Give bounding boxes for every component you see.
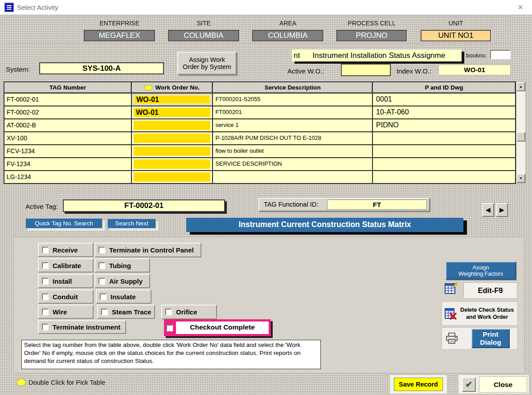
checkbox-label: Calibrate bbox=[53, 262, 81, 269]
checkbox-checkout-complete[interactable]: Checkout Complete bbox=[164, 319, 271, 336]
next-record-button[interactable]: ▶ bbox=[496, 203, 508, 217]
pick-table-dot-icon bbox=[16, 379, 26, 386]
work-order-cell[interactable]: WO-01 bbox=[132, 94, 213, 106]
search-next-button[interactable]: Search Next bbox=[107, 219, 156, 228]
checkbox-box[interactable] bbox=[42, 293, 49, 300]
assign-weighting-factors-button[interactable]: Assign Weighting Factors bbox=[446, 261, 516, 280]
service-cell[interactable]: service 1 bbox=[213, 119, 373, 131]
assign-work-order-by-system-button[interactable]: Assign Work Order by System bbox=[177, 52, 237, 75]
process-cell-label: PROCESS CELL bbox=[336, 20, 407, 27]
checkbox-install[interactable]: Install bbox=[38, 274, 94, 288]
active-tag-field[interactable]: FT-0002-01 bbox=[63, 200, 225, 212]
checkbox-box[interactable] bbox=[165, 309, 172, 315]
work-order-cell[interactable] bbox=[132, 171, 213, 183]
pid-cell[interactable]: 10-AT-060 bbox=[373, 106, 515, 118]
unit-label: UNIT bbox=[421, 20, 491, 27]
site-value: COLUMBIA bbox=[168, 30, 239, 41]
scroll-up-icon[interactable]: ▲ bbox=[516, 82, 525, 91]
edit-f9-button[interactable]: Edit-F9 bbox=[463, 282, 517, 299]
table-row: FT-0002-01 WO-01 FT000201-S2055 0001 bbox=[4, 93, 515, 106]
tag-cell[interactable]: FV-1234 bbox=[4, 158, 132, 170]
col-tag-number[interactable]: TAG Number bbox=[4, 82, 132, 93]
work-order-cell[interactable] bbox=[132, 158, 213, 170]
pid-cell[interactable] bbox=[373, 158, 515, 170]
checkbox-box[interactable] bbox=[98, 262, 105, 269]
work-order-cell[interactable] bbox=[132, 145, 213, 157]
checkbox-box[interactable] bbox=[42, 278, 49, 285]
checkbox-box[interactable] bbox=[42, 262, 49, 269]
pid-cell[interactable]: PIDNO bbox=[373, 119, 515, 131]
bookno-input[interactable] bbox=[490, 50, 511, 59]
checkbox-calibrate[interactable]: Calibrate bbox=[38, 258, 94, 273]
dialog-body: ENTERPRISE SITE AREA PROCESS CELL UNIT M… bbox=[0, 15, 532, 395]
tag-cell[interactable]: AT-0002-B bbox=[4, 119, 132, 131]
tag-table: TAG Number Work Order No. Service Descri… bbox=[4, 81, 516, 184]
matrix-banner: Instrument Current Construction Status M… bbox=[186, 218, 463, 232]
service-cell[interactable]: flow to boiler outlet bbox=[213, 145, 373, 157]
service-cell[interactable]: SERVICE DESCRIPTION bbox=[213, 158, 373, 170]
window-close-icon[interactable]: ✕ bbox=[514, 0, 527, 15]
tag-functional-id-field[interactable]: FT bbox=[327, 200, 427, 210]
checkbox-label: Air Supply bbox=[109, 277, 143, 285]
checkbox-tubing[interactable]: Tubing bbox=[94, 258, 150, 273]
table-scrollbar[interactable]: ▲ ▼ bbox=[516, 81, 526, 183]
tag-cell[interactable]: FT-0002-02 bbox=[4, 106, 132, 118]
system-label: System: bbox=[6, 65, 30, 73]
service-cell[interactable] bbox=[213, 171, 373, 183]
checkbox-box[interactable] bbox=[42, 309, 49, 315]
service-cell[interactable]: FT000201 bbox=[213, 106, 373, 118]
checkbox-label: Terminate in Control Panel bbox=[109, 246, 194, 254]
prev-record-button[interactable]: ◀ bbox=[482, 203, 494, 217]
col-service-description[interactable]: Service Description bbox=[213, 82, 373, 93]
system-field[interactable]: SYS-100-A bbox=[39, 62, 164, 74]
checkbox-insulate[interactable]: Insulate bbox=[96, 289, 151, 304]
pid-cell[interactable]: 0001 bbox=[373, 94, 515, 106]
tag-cell[interactable]: FT-0002-01 bbox=[4, 94, 132, 106]
checkbox-box[interactable] bbox=[98, 247, 105, 253]
table-row: LG-1234 bbox=[4, 170, 515, 183]
checkbox-wire[interactable]: Wire bbox=[38, 305, 94, 319]
checkbox-box[interactable] bbox=[166, 325, 173, 331]
service-cell[interactable]: FT000201-S2055 bbox=[213, 94, 373, 106]
col-work-order[interactable]: Work Order No. bbox=[132, 82, 213, 93]
checkbox-steam-trace[interactable]: Steam Trace bbox=[97, 305, 155, 319]
active-wo-field[interactable] bbox=[341, 64, 391, 76]
process-cell-value: PROJNO bbox=[336, 30, 407, 41]
checkbox-orifice[interactable]: Orifice bbox=[161, 305, 217, 319]
checkbox-terminate-instrument[interactable]: Terminate Instrument bbox=[38, 320, 126, 334]
bookno-label: bookno: bbox=[466, 52, 487, 59]
delete-check-status-button[interactable]: Delete Check Status and Work Order bbox=[442, 301, 518, 326]
table-header-row: TAG Number Work Order No. Service Descri… bbox=[4, 82, 515, 93]
close-button[interactable]: Close bbox=[479, 376, 527, 393]
checkbox-air-supply[interactable]: Air Supply bbox=[94, 274, 150, 288]
col-pid-dwg[interactable]: P and ID Dwg bbox=[373, 82, 515, 93]
work-order-cell[interactable] bbox=[132, 119, 213, 131]
scrollbar-thumb[interactable] bbox=[516, 132, 525, 142]
scroll-down-icon[interactable]: ▼ bbox=[516, 174, 525, 183]
checkbox-receive[interactable]: Receive bbox=[38, 243, 94, 257]
checkbox-box[interactable] bbox=[98, 278, 105, 285]
pick-table-dot-icon bbox=[144, 85, 152, 90]
pid-cell[interactable] bbox=[373, 145, 515, 157]
service-cell[interactable]: P-1028A/R PUM DISCH OUT TO E-1028 bbox=[213, 132, 373, 144]
checkbox-box[interactable] bbox=[42, 324, 49, 330]
checkbox-box[interactable] bbox=[42, 247, 49, 253]
tag-cell[interactable]: XV-100 bbox=[4, 132, 132, 144]
tag-cell[interactable]: LG-1234 bbox=[4, 171, 132, 183]
checkbox-box[interactable] bbox=[100, 293, 106, 300]
checkbox-conduit[interactable]: Conduit bbox=[38, 289, 94, 304]
tag-cell[interactable]: FCV-1234 bbox=[4, 145, 132, 157]
index-wo-field[interactable]: WO-01 bbox=[438, 65, 511, 75]
checkbox-label: Terminate Instrument bbox=[53, 323, 120, 331]
confirm-check-icon[interactable]: ✔ bbox=[462, 377, 476, 392]
pid-cell[interactable] bbox=[373, 132, 515, 144]
checkbox-terminate-in-control-panel[interactable]: Terminate in Control Panel bbox=[94, 243, 201, 257]
save-record-button[interactable]: Save Record bbox=[394, 378, 443, 391]
print-dialog-button[interactable]: Print Dialog bbox=[471, 329, 510, 348]
pid-cell[interactable] bbox=[373, 171, 515, 183]
work-order-cell[interactable]: WO-01 bbox=[132, 106, 213, 118]
checkbox-box[interactable] bbox=[101, 309, 108, 315]
quick-tag-search-button[interactable]: Quick Tag No. Search bbox=[25, 218, 102, 228]
area-label: AREA bbox=[252, 20, 323, 27]
work-order-cell[interactable] bbox=[132, 132, 213, 144]
